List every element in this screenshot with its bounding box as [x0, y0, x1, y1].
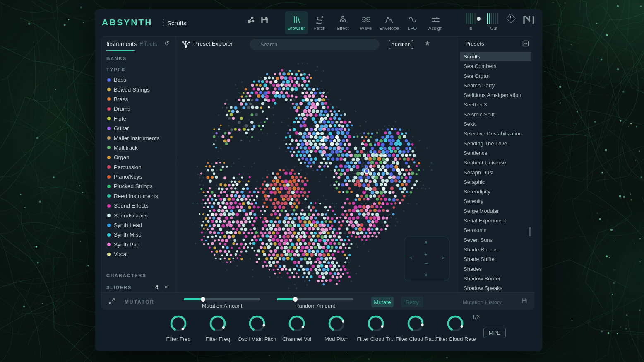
slider-thumb[interactable] — [293, 297, 298, 302]
presets-scrollbar[interactable] — [529, 227, 531, 236]
preset-row[interactable]: Shade Runner — [460, 245, 531, 254]
type-item-mallet-instruments[interactable]: Mallet Instruments — [101, 133, 176, 142]
preset-row[interactable]: Seismic Shift — [460, 110, 531, 119]
type-item-synth-misc[interactable]: Synth Misc — [101, 230, 176, 239]
pan-right-button[interactable]: > — [441, 254, 445, 262]
expand-icon[interactable] — [108, 297, 115, 306]
tab-patch[interactable]: Patch — [308, 11, 331, 34]
mutator-molecule-button[interactable] — [245, 15, 256, 26]
audition-button[interactable]: Audition — [389, 40, 413, 49]
type-item-synth-pad[interactable]: Synth Pad — [101, 240, 176, 249]
preset-row[interactable]: Serge Modular — [460, 206, 531, 216]
macro-knob-filter-freq[interactable]: Filter Freq — [159, 314, 198, 342]
preset-row[interactable]: Sending The Love — [460, 139, 531, 148]
preset-row[interactable]: Selective Destabilization — [460, 129, 531, 138]
type-item-reed-instruments[interactable]: Reed Instruments — [101, 191, 176, 201]
preset-row[interactable]: Shade Shifter — [460, 254, 531, 264]
pan-down-button[interactable]: ∨ — [423, 271, 429, 278]
macro-knob-filter-freq[interactable]: Filter Freq — [198, 314, 238, 342]
type-label: Multitrack — [114, 145, 138, 151]
macro-knob-filter-cloud-tr-[interactable]: Filter Cloud Tr... — [356, 314, 396, 342]
type-color-dot — [107, 233, 111, 237]
notification-button[interactable]: ! — [506, 13, 517, 24]
tab-effects[interactable]: Effects — [139, 41, 157, 47]
tab-assign[interactable]: Assign — [424, 11, 447, 34]
save-preset-button[interactable] — [259, 15, 270, 26]
preset-row[interactable]: Sentient Universe — [460, 158, 531, 167]
mutate-button[interactable]: Mutate — [371, 297, 394, 307]
type-item-piano-keys[interactable]: Piano/Keys — [101, 172, 176, 181]
search-input[interactable] — [250, 39, 380, 50]
tab-label: Wave — [360, 26, 372, 31]
preset-row[interactable]: Sekk — [460, 119, 531, 129]
preset-row[interactable]: Scruffs — [460, 52, 531, 61]
meter-bar — [472, 13, 473, 24]
tab-browser[interactable]: Browser — [285, 11, 308, 34]
mpe-button[interactable]: MPE — [483, 328, 506, 338]
section-sliders[interactable]: SLIDERS — [106, 285, 132, 290]
preset-row[interactable]: Seraphic — [460, 177, 531, 187]
type-item-organ[interactable]: Organ — [101, 152, 176, 162]
slider-label: Random Amount — [277, 303, 353, 309]
type-item-brass[interactable]: Brass — [101, 94, 176, 104]
type-label: Soundscapes — [114, 212, 148, 219]
slider-thumb[interactable] — [201, 297, 205, 302]
preset-row[interactable]: Sea Organ — [460, 71, 531, 81]
preset-row[interactable]: Shadow Speaks — [460, 283, 531, 293]
zoom-in-button[interactable]: + — [423, 250, 428, 258]
mutation-history-menu[interactable]: Mutation History — [449, 299, 515, 305]
preset-row[interactable]: Seether 3 — [460, 100, 531, 109]
native-instruments-logo[interactable] — [522, 15, 536, 27]
refresh-icon[interactable]: ↺ — [162, 39, 172, 48]
type-item-bowed-strings[interactable]: Bowed Strings — [101, 84, 176, 94]
type-item-percussion[interactable]: Percussion — [101, 162, 176, 172]
warning-exclamation: ! — [506, 15, 516, 21]
export-arrow-icon[interactable] — [522, 40, 529, 48]
preset-row[interactable]: Shadow Border — [460, 274, 531, 283]
preset-row[interactable]: Sea Combers — [460, 61, 531, 71]
tab-envelope[interactable]: Envelope — [377, 11, 401, 34]
type-item-guitar[interactable]: Guitar — [101, 123, 176, 133]
section-types[interactable]: TYPES — [106, 67, 125, 72]
preset-row[interactable]: Search Party — [460, 81, 531, 90]
sliders-clear-button[interactable]: × — [162, 283, 171, 291]
tab-effect[interactable]: Effect — [331, 11, 354, 34]
retry-button[interactable]: Retry — [401, 297, 423, 307]
macro-knob-filter-cloud-rate[interactable]: Filter Cloud Rate — [435, 314, 475, 342]
type-item-plucked-strings[interactable]: Plucked Strings — [101, 181, 176, 191]
preset-row[interactable]: Shades — [460, 264, 531, 274]
pan-up-button[interactable]: ∧ — [423, 239, 429, 246]
section-banks[interactable]: BANKS — [106, 56, 127, 61]
tab-lfo[interactable]: LFO — [401, 11, 424, 34]
type-item-bass[interactable]: Bass — [101, 75, 176, 84]
preset-row[interactable]: Serial Experiment — [460, 216, 531, 225]
favorite-star-icon[interactable]: ★ — [422, 39, 433, 48]
macro-knob-oscil-main-pitch[interactable]: Oscil Main Pitch — [237, 314, 277, 342]
preset-row[interactable]: Sentience — [460, 148, 531, 158]
type-item-synth-lead[interactable]: Synth Lead — [101, 220, 176, 230]
preset-row[interactable]: Seditious Amalgamation — [460, 90, 531, 100]
type-item-vocal[interactable]: Vocal — [101, 249, 176, 259]
volume-slider-handle[interactable] — [477, 17, 481, 21]
zoom-out-button[interactable]: − — [424, 259, 429, 268]
preset-row[interactable]: Serenity — [460, 196, 531, 206]
macro-knob-filter-cloud-ra-[interactable]: Filter Cloud Ra... — [396, 314, 435, 342]
preset-row[interactable]: Seraph Dust — [460, 168, 531, 177]
pan-left-button[interactable]: < — [409, 254, 413, 262]
macro-knob-mod-pitch[interactable]: Mod Pitch — [317, 314, 356, 342]
preset-row[interactable]: Serendipity — [460, 187, 531, 196]
macro-knob-channel-vol[interactable]: Channel Vol — [277, 314, 317, 342]
envelope-icon — [384, 15, 394, 24]
type-item-multitrack[interactable]: Multitrack — [101, 143, 176, 152]
mutation-save-icon[interactable] — [521, 297, 528, 305]
section-characters[interactable]: CHARACTERS — [106, 273, 147, 278]
knob-dial — [327, 314, 346, 333]
type-item-sound-effects[interactable]: Sound Effects — [101, 201, 176, 210]
type-item-soundscapes[interactable]: Soundscapes — [101, 210, 176, 220]
preset-row[interactable]: Seven Suns — [460, 235, 531, 245]
tab-wave[interactable]: Wave — [354, 11, 377, 34]
tab-instruments[interactable]: Instruments — [106, 41, 137, 47]
type-item-drums[interactable]: Drums — [101, 104, 176, 113]
preset-row[interactable]: Serotonin — [460, 225, 531, 235]
type-item-flute[interactable]: Flute — [101, 114, 176, 123]
